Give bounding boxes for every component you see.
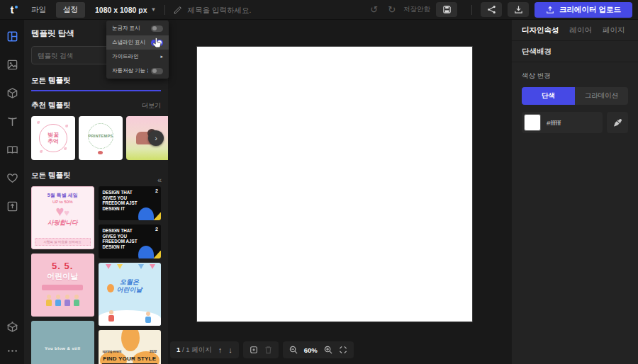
settings-dropdown-menu: 눈금자 표시 스냅라인 표시 가이드라인 ▸ 자동저장 기능 활성화 (106, 21, 169, 79)
template-card-love[interactable]: 5월 특별 세일 UP to 50% ♥♥ 사랑합니다 사랑의 말 마음을 전하… (31, 186, 94, 249)
color-hex-value: #ffffff (547, 119, 561, 127)
zoom-level[interactable]: 60% (304, 346, 318, 354)
eyedropper-icon (613, 118, 622, 127)
kid-graphic (145, 312, 151, 323)
template-icon[interactable] (6, 30, 18, 42)
redo-icon[interactable]: ↻ (383, 4, 401, 15)
zoom-out-icon[interactable] (289, 346, 298, 354)
style-meta: spring event 2022 (103, 350, 157, 353)
menu-item-label: 스냅라인 표시 (112, 39, 145, 46)
page-up-icon[interactable]: ↑ (218, 346, 223, 354)
canvas-area (168, 20, 512, 364)
blue-shape (138, 246, 154, 258)
template-thumb-printemps[interactable]: PRINTEMPS (79, 116, 123, 160)
menu-item-autosave[interactable]: 자동저장 기능 활성화 (106, 64, 169, 78)
favorite-icon[interactable] (6, 171, 18, 184)
solid-fill-button[interactable]: 단색 (522, 87, 575, 105)
tab-design-properties[interactable]: 디자인속성 (522, 25, 559, 35)
tab-layers[interactable]: 레이어 (570, 25, 593, 35)
background-section-heading: 단색배경 (512, 41, 638, 62)
love-line1: 5월 특별 세일 (47, 192, 78, 199)
share-button[interactable] (481, 2, 502, 17)
love-banner: 사랑의 말 마음을 전하세요 (35, 238, 91, 246)
template-card-childrens-day-pink[interactable]: 5. 5. 어린이날 (31, 254, 94, 317)
download-icon (514, 5, 523, 14)
cd1-ribbon (42, 285, 83, 290)
template-card-childrens-day-blue[interactable]: 오월은 어린이날 (99, 263, 162, 326)
menu-item-label: 가이드라인 (112, 53, 139, 60)
ruler-toggle[interactable] (151, 25, 163, 32)
download-button[interactable] (508, 2, 529, 17)
canvas-size-dropdown[interactable]: 1080 x 1080 px ▼ (95, 6, 156, 14)
balloon-graphic (107, 284, 114, 292)
save-status: 저장안함 (403, 5, 430, 14)
panel-collapse-icon[interactable]: « (157, 176, 162, 184)
zoom-in-icon[interactable] (324, 346, 332, 354)
recommended-next-button[interactable]: › (148, 130, 164, 146)
more-link[interactable]: 더보기 (142, 101, 161, 110)
color-swatch[interactable] (524, 114, 541, 131)
undo-icon[interactable]: ↺ (365, 4, 383, 15)
blossom-line2: 추억 (47, 138, 59, 144)
eyedropper-button[interactable] (607, 112, 628, 133)
creator-upload-button[interactable]: 크리에이터 업로드 (535, 2, 632, 18)
creator-box-icon[interactable] (6, 320, 18, 333)
kid-graphic (108, 310, 115, 322)
color-value-field[interactable]: #ffffff (522, 112, 603, 133)
page-icon[interactable] (6, 143, 18, 156)
gradient-fill-button[interactable]: 그라데이션 (575, 87, 628, 105)
file-menu[interactable]: 파일 (24, 2, 53, 18)
top-bar: t 파일 설정 1080 x 1080 px ▼ ↺ ↻ 저장안함 크리에이 (0, 0, 638, 20)
save-icon (442, 5, 452, 14)
tab-pages[interactable]: 페이지 (603, 25, 625, 35)
blossom-line1: 벚꽃 (47, 132, 59, 138)
left-icon-rail (0, 20, 24, 364)
element-icon[interactable] (6, 86, 18, 99)
template-thumb-blossom[interactable]: 벚꽃 추억 (31, 116, 75, 160)
template-card-design-2[interactable]: DESIGN THAT GIVES YOU FREEDOM AJST DESIG… (99, 224, 162, 258)
page-edit-controls (243, 341, 279, 358)
design-text: DESIGN THAT GIVES YOU FREEDOM AJST DESIG… (103, 228, 147, 249)
pencil-icon (174, 6, 182, 14)
fit-screen-icon[interactable] (339, 346, 347, 354)
template-card-find-your-style[interactable]: spring event 2022 FIND YOUR STYLE (99, 330, 162, 364)
cat-text: You blow & still (31, 346, 94, 351)
document-title-input[interactable] (187, 6, 301, 14)
upload-icon (546, 6, 554, 14)
add-page-icon[interactable] (250, 346, 258, 354)
all-templates-heading: 모든 템플릿 (31, 171, 70, 181)
cd1-title: 어린이날 (47, 271, 78, 282)
menu-item-label: 눈금자 표시 (112, 25, 140, 32)
save-button[interactable] (436, 2, 457, 17)
page-indicator: 1 / 1 페이지 (177, 346, 212, 355)
recommended-heading: 추천 템플릿 (31, 101, 70, 110)
template-card-cat[interactable]: You blow & still (31, 321, 94, 364)
delete-page-icon[interactable] (264, 346, 272, 354)
app-logo[interactable]: t (0, 4, 24, 16)
template-card-design-1[interactable]: DESIGN THAT GIVES YOU FREEDOM AJST DESIG… (99, 186, 162, 220)
image-icon[interactable] (6, 58, 18, 71)
menu-item-ruler[interactable]: 눈금자 표시 (106, 21, 169, 35)
page-down-icon[interactable]: ↓ (228, 346, 233, 354)
tab-all-templates[interactable]: 모든 템플릿 (31, 76, 70, 84)
menu-item-guideline[interactable]: 가이드라인 ▸ (106, 50, 169, 64)
divider (471, 5, 472, 15)
page-count-badge: 2 (155, 188, 158, 193)
recommended-row: 벚꽃 추억 PRINTEMPS › (31, 116, 161, 160)
text-icon[interactable] (6, 115, 18, 127)
settings-menu[interactable]: 설정 (56, 2, 85, 18)
wreath-graphic: PRINTEMPS (88, 123, 113, 149)
style-title: FIND YOUR STYLE (102, 356, 158, 364)
flower-petal (121, 330, 140, 351)
bunting-flag (106, 264, 111, 269)
design-text: DESIGN THAT GIVES YOU FREEDOM AJST DESIG… (103, 190, 147, 211)
bunting-flag (150, 264, 155, 269)
autosave-toggle[interactable] (151, 68, 163, 74)
color-change-label: 색상 변경 (522, 72, 628, 81)
design-canvas-page[interactable] (197, 47, 472, 322)
more-icon[interactable] (6, 344, 18, 357)
cd2-title: 오월은 어린이날 (117, 278, 142, 294)
kids-graphic (45, 295, 79, 306)
upload-files-icon[interactable] (6, 200, 18, 212)
right-panel: 디자인속성 레이어 페이지 단색배경 색상 변경 단색 그라데이션 #fffff… (512, 20, 638, 364)
